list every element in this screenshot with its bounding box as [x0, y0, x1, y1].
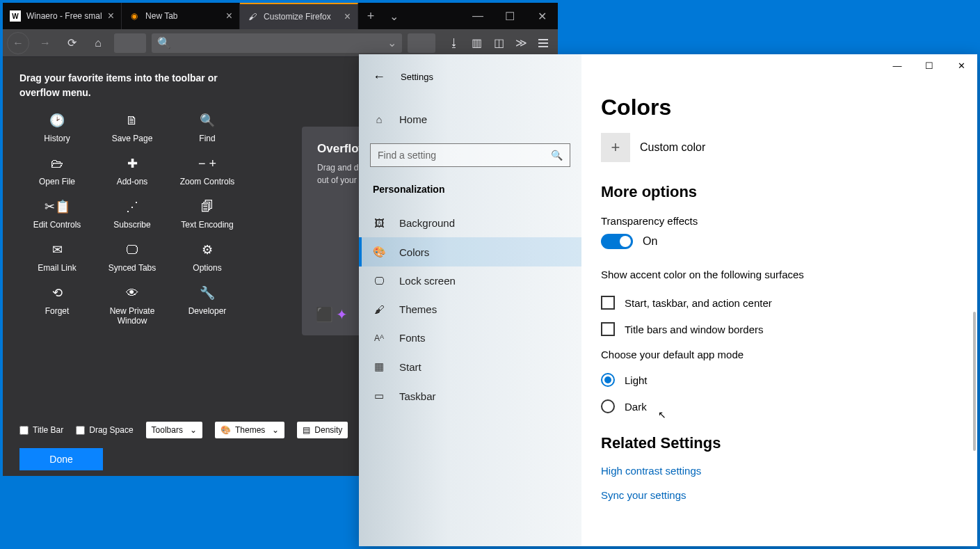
- chevron-down-icon: ⌄: [272, 425, 279, 435]
- checkbox-icon: [601, 296, 615, 310]
- radio-label: Dark: [625, 401, 647, 413]
- button-label: Done: [49, 454, 72, 465]
- item-history[interactable]: 🕑History: [19, 113, 95, 143]
- back-button[interactable]: ←: [7, 32, 29, 54]
- menu-button[interactable]: [533, 33, 554, 54]
- back-button[interactable]: ←: [373, 70, 385, 84]
- forward-button[interactable]: →: [35, 33, 56, 54]
- themes-select[interactable]: 🎨Themes⌄: [215, 422, 284, 438]
- new-tab-button[interactable]: +: [358, 3, 383, 29]
- sidebar-item-home[interactable]: ⌂ Home: [359, 105, 581, 134]
- sidebar-item-lock-screen[interactable]: 🖵Lock screen: [359, 266, 581, 295]
- title-bar-checkbox[interactable]: Title Bar: [19, 425, 63, 435]
- item-label: Open File: [39, 177, 75, 186]
- home-button[interactable]: ⌂: [88, 33, 109, 54]
- settings-window-controls: — ☐ ✕: [881, 54, 977, 77]
- sidebar-item-start[interactable]: ▦Start: [359, 352, 581, 381]
- checkbox-icon: [601, 322, 615, 336]
- transparency-toggle[interactable]: [601, 234, 633, 249]
- select-label: Density: [314, 425, 342, 435]
- maximize-button[interactable]: ☐: [494, 3, 526, 29]
- sidebar-item-themes[interactable]: 🖌Themes: [359, 295, 581, 324]
- sidebar-item-taskbar[interactable]: ▭Taskbar: [359, 381, 581, 411]
- high-contrast-link[interactable]: High contrast settings: [601, 465, 958, 477]
- edit-icon: ✂📋: [45, 199, 70, 214]
- cursor-icon: ↖: [658, 409, 666, 420]
- toolbars-select[interactable]: Toolbars⌄: [146, 422, 202, 438]
- app-mode-light-radio[interactable]: Light: [601, 373, 958, 387]
- close-icon[interactable]: ×: [344, 10, 351, 23]
- sync-settings-link[interactable]: Sync your settings: [601, 489, 958, 501]
- minimize-button[interactable]: —: [881, 54, 913, 77]
- item-find[interactable]: 🔍Find: [170, 113, 245, 143]
- item-forget[interactable]: ⟲Forget: [19, 285, 95, 326]
- scrollbar[interactable]: [973, 312, 976, 451]
- drag-space-checkbox[interactable]: Drag Space: [76, 425, 133, 435]
- item-options[interactable]: ⚙Options: [170, 242, 245, 273]
- item-label: Options: [193, 263, 221, 273]
- sidebar-item-label: Start: [399, 361, 421, 373]
- tab-newtab[interactable]: ◉ New Tab ×: [122, 3, 240, 29]
- item-text-encoding[interactable]: 🗐Text Encoding: [170, 199, 245, 230]
- density-icon: ▤: [303, 425, 310, 435]
- close-icon[interactable]: ×: [226, 10, 232, 22]
- tab-customize[interactable]: 🖌 Customize Firefox ×: [240, 3, 358, 29]
- firefox-tab-strip: W Winaero - Free smal × ◉ New Tab × 🖌 Cu…: [3, 3, 558, 29]
- toolbar-slot[interactable]: [408, 33, 435, 53]
- item-addons[interactable]: ✚Add-ons: [95, 156, 170, 186]
- item-label: Save Page: [112, 134, 153, 143]
- tab-winaero[interactable]: W Winaero - Free smal ×: [3, 3, 122, 29]
- density-select[interactable]: ▤Density: [297, 422, 348, 438]
- search-input[interactable]: 🔍 ⌄: [152, 33, 402, 53]
- item-email-link[interactable]: ✉Email Link: [19, 242, 95, 273]
- themes-icon: 🎨: [220, 425, 231, 435]
- page-title: Colors: [601, 95, 958, 120]
- accent-start-checkbox[interactable]: Start, taskbar, and action center: [601, 296, 958, 310]
- sidebar-item-fonts[interactable]: AAFonts: [359, 324, 581, 352]
- item-save-page[interactable]: 🗎Save Page: [95, 113, 170, 143]
- item-developer[interactable]: 🔧Developer: [170, 285, 245, 326]
- item-label: Text Encoding: [181, 220, 233, 230]
- sidebar-item-label: Home: [399, 113, 427, 125]
- library-button[interactable]: ▥: [466, 33, 487, 54]
- themes-icon: 🖌: [373, 303, 385, 315]
- settings-header: ← Settings: [359, 64, 581, 90]
- item-subscribe[interactable]: ⋰Subscribe: [95, 199, 170, 230]
- downloads-button[interactable]: ⭳: [444, 33, 465, 54]
- item-edit-controls[interactable]: ✂📋Edit Controls: [19, 199, 95, 230]
- radio-icon: [601, 373, 615, 387]
- item-zoom[interactable]: − +Zoom Controls: [170, 156, 245, 186]
- minimize-button[interactable]: —: [462, 3, 494, 29]
- sidebar-item-colors[interactable]: 🎨Colors: [359, 237, 581, 266]
- find-icon: 🔍: [200, 113, 215, 128]
- custom-color-button[interactable]: + Custom color: [601, 133, 958, 162]
- overflow-button[interactable]: ≫: [511, 33, 531, 54]
- search-input[interactable]: Find a setting 🔍: [370, 143, 570, 167]
- sidebar-button[interactable]: ◫: [488, 33, 509, 54]
- search-dropdown-icon[interactable]: ⌄: [387, 36, 396, 49]
- rss-icon: ⋰: [126, 199, 138, 214]
- item-open-file[interactable]: 🗁Open File: [19, 156, 95, 186]
- close-button[interactable]: ✕: [945, 54, 977, 77]
- app-mode-dark-radio[interactable]: Dark: [601, 399, 958, 413]
- done-button[interactable]: Done: [19, 448, 103, 470]
- forget-icon: ⟲: [52, 285, 63, 301]
- firefox-window-controls: — ☐ ✕: [462, 3, 558, 29]
- settings-sidebar: ← Settings ⌂ Home Find a setting 🔍 Perso…: [359, 54, 581, 546]
- close-button[interactable]: ✕: [526, 3, 558, 29]
- item-private-window[interactable]: 👁New Private Window: [95, 285, 170, 326]
- item-label: Developer: [188, 306, 227, 316]
- url-input[interactable]: [114, 33, 146, 53]
- checkbox-label: Title Bar: [33, 425, 63, 435]
- item-synced-tabs[interactable]: 🖵Synced Tabs: [95, 242, 170, 273]
- accent-titlebar-checkbox[interactable]: Title bars and window borders: [601, 322, 958, 336]
- private-icon: 👁: [126, 285, 138, 301]
- settings-window: ← Settings ⌂ Home Find a setting 🔍 Perso…: [359, 54, 977, 546]
- reload-button[interactable]: ⟳: [61, 33, 82, 54]
- sidebar-item-background[interactable]: 🖼Background: [359, 209, 581, 237]
- tabs-dropdown-icon[interactable]: ⌄: [383, 3, 404, 29]
- close-icon[interactable]: ×: [108, 10, 114, 22]
- fonts-icon: AA: [373, 333, 385, 343]
- maximize-button[interactable]: ☐: [913, 54, 945, 77]
- item-label: Email Link: [38, 263, 76, 273]
